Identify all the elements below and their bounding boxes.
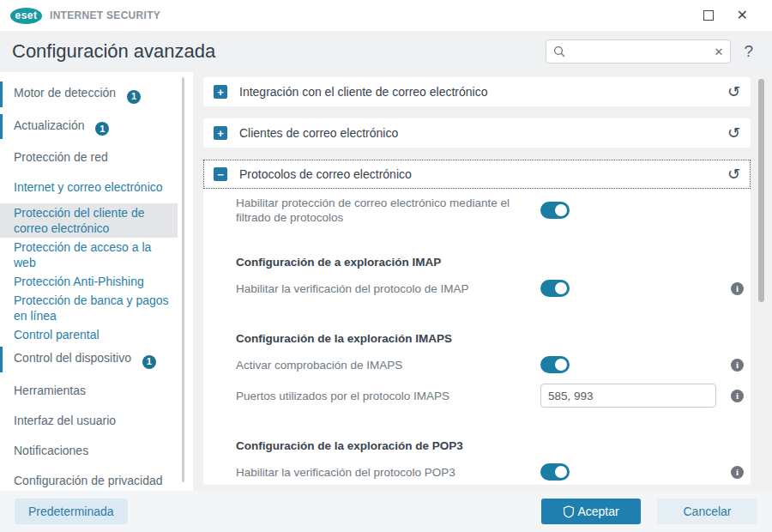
sidebar-item[interactable]: Herramientas bbox=[0, 377, 178, 405]
sidebar-item-label: Actualización bbox=[14, 118, 85, 132]
titlebar: eset INTERNET SECURITY ✕ bbox=[0, 0, 772, 31]
page-title: Configuración avanzada bbox=[12, 40, 215, 63]
sidebar: Motor de detección 1 Actualización 1 Pro… bbox=[0, 72, 193, 491]
sidebar-item-label: Protección de acceso a la web bbox=[14, 240, 151, 269]
section-header[interactable]: − Protocolos de correo electrónico ↺ bbox=[203, 160, 751, 189]
subsection-header: Configuración de a exploración IMAP bbox=[236, 256, 744, 269]
sidebar-nav: Motor de detección 1 Actualización 1 Pro… bbox=[0, 79, 193, 495]
info-icon[interactable]: i bbox=[731, 390, 744, 402]
sidebar-item-label: Control del dispositivo bbox=[14, 351, 131, 365]
sidebar-item[interactable]: Control del dispositivo 1 bbox=[0, 344, 178, 375]
setting-row: Habilitar la verificación del protocolo … bbox=[236, 275, 744, 301]
sidebar-item-badge: 1 bbox=[142, 355, 156, 369]
setting-row: Activar comprobación de IMAPS i bbox=[236, 352, 744, 378]
expand-collapse-icon[interactable]: − bbox=[214, 167, 227, 181]
cancel-button[interactable]: Cancelar bbox=[657, 499, 757, 524]
toggle-knob-icon bbox=[555, 466, 567, 478]
page-header: Configuración avanzada ✕ ? bbox=[0, 31, 772, 72]
settings-section: − Protocolos de correo electrónico ↺ Hab… bbox=[203, 160, 751, 485]
sidebar-item-label: Notificaciones bbox=[14, 444, 88, 457]
attention-bar-icon bbox=[0, 82, 3, 107]
search-input[interactable] bbox=[570, 45, 709, 59]
settings-section: + Clientes de correo electrónico ↺ bbox=[203, 118, 751, 148]
subsection-header: Configuración de la exploración IMAPS bbox=[236, 332, 744, 345]
sidebar-item[interactable]: Actualización 1 bbox=[0, 112, 178, 142]
sidebar-item[interactable]: Control parental bbox=[0, 325, 178, 344]
content-scrollbar[interactable] bbox=[758, 79, 764, 302]
info-icon[interactable]: i bbox=[731, 282, 744, 295]
revert-icon[interactable]: ↺ bbox=[727, 84, 740, 100]
maximize-icon[interactable] bbox=[703, 10, 714, 21]
ports-input[interactable] bbox=[540, 384, 716, 408]
footer-bar: Predeterminada Aceptar Cancelar bbox=[0, 491, 772, 532]
sidebar-item[interactable]: Motor de detección 1 bbox=[0, 79, 178, 110]
default-button[interactable]: Predeterminada bbox=[15, 499, 128, 524]
search-box[interactable]: ✕ bbox=[546, 39, 731, 63]
section-title: Clientes de correo electrónico bbox=[239, 126, 398, 140]
sidebar-item-label: Protección Anti-Phishing bbox=[14, 275, 144, 288]
sidebar-item-label: Configuración de privacidad bbox=[14, 474, 163, 487]
sidebar-item[interactable]: Interfaz del usuario bbox=[0, 407, 178, 435]
clear-search-icon[interactable]: ✕ bbox=[715, 46, 724, 57]
setting-label: Habilitar protección de correo electróni… bbox=[236, 196, 540, 225]
accept-button[interactable]: Aceptar bbox=[541, 499, 641, 524]
section-header[interactable]: + Clientes de correo electrónico ↺ bbox=[203, 118, 751, 148]
toggle-knob-icon bbox=[555, 282, 567, 294]
sidebar-item[interactable]: Protección de banca y pagos en línea bbox=[0, 291, 178, 325]
sidebar-item[interactable]: Notificaciones bbox=[0, 437, 178, 465]
setting-label: Habilitar la verificación del protocolo … bbox=[236, 465, 540, 480]
sidebar-scrollbar[interactable] bbox=[182, 77, 184, 482]
info-icon[interactable]: i bbox=[731, 466, 744, 479]
setting-label: Puertos utilizados por el protocolo IMAP… bbox=[236, 389, 540, 403]
revert-icon[interactable]: ↺ bbox=[727, 166, 740, 182]
close-icon[interactable]: ✕ bbox=[737, 9, 748, 22]
sidebar-item-label: Protección de banca y pagos en línea bbox=[14, 293, 169, 323]
sidebar-item-badge: 1 bbox=[127, 90, 141, 104]
sidebar-item[interactable]: Internet y correo electrónico bbox=[0, 173, 178, 202]
section-title: Integración con el cliente de correo ele… bbox=[239, 85, 488, 99]
setting-label: Activar comprobación de IMAPS bbox=[236, 358, 540, 372]
toggle-knob-icon bbox=[555, 359, 567, 371]
help-icon[interactable]: ? bbox=[744, 42, 753, 61]
sidebar-item-label: Control parental bbox=[14, 328, 100, 342]
sidebar-item-label: Interfaz del usuario bbox=[14, 414, 116, 427]
search-icon bbox=[553, 45, 565, 57]
sidebar-item[interactable]: Protección del cliente de correo electró… bbox=[0, 203, 178, 238]
settings-content: + Integración con el cliente de correo e… bbox=[193, 72, 772, 491]
sidebar-item-label: Protección del cliente de correo electró… bbox=[14, 206, 145, 235]
info-icon[interactable]: i bbox=[731, 359, 744, 372]
expand-collapse-icon[interactable]: + bbox=[214, 126, 227, 140]
section-list: + Integración con el cliente de correo e… bbox=[203, 77, 751, 485]
section-body: Habilitar protección de correo electróni… bbox=[203, 196, 751, 485]
attention-bar-icon bbox=[0, 114, 3, 140]
sidebar-item-label: Protección de red bbox=[14, 150, 108, 164]
sidebar-item[interactable]: Protección de acceso a la web bbox=[0, 238, 178, 272]
toggle-switch[interactable] bbox=[540, 463, 570, 481]
sidebar-item-label: Herramientas bbox=[14, 384, 86, 397]
eset-logo: eset bbox=[10, 8, 42, 24]
settings-section: + Integración con el cliente de correo e… bbox=[203, 77, 751, 106]
setting-row: Habilitar protección de correo electróni… bbox=[236, 196, 744, 225]
subsection-header: Configuración de la exploración de POP3 bbox=[236, 439, 744, 452]
revert-icon[interactable]: ↺ bbox=[727, 125, 740, 141]
sidebar-item[interactable]: Protección de red bbox=[0, 143, 178, 172]
sidebar-item-label: Motor de detección bbox=[14, 86, 116, 100]
toggle-switch[interactable] bbox=[540, 280, 570, 297]
shield-icon bbox=[563, 505, 575, 518]
setting-row: Puertos utilizados por el protocolo IMAP… bbox=[236, 383, 744, 408]
sidebar-item-badge: 1 bbox=[95, 122, 109, 136]
expand-collapse-icon[interactable]: + bbox=[214, 85, 227, 99]
product-name: INTERNET SECURITY bbox=[50, 9, 160, 21]
toggle-switch[interactable] bbox=[540, 356, 570, 373]
attention-bar-icon bbox=[0, 347, 3, 372]
sidebar-item-label: Internet y correo electrónico bbox=[14, 180, 163, 194]
section-title: Protocolos de correo electrónico bbox=[239, 167, 412, 181]
sidebar-item[interactable]: Configuración de privacidad bbox=[0, 467, 178, 495]
accept-button-label: Aceptar bbox=[577, 505, 618, 518]
toggle-switch[interactable] bbox=[540, 202, 570, 219]
section-header[interactable]: + Integración con el cliente de correo e… bbox=[203, 77, 751, 106]
sidebar-item[interactable]: Protección Anti-Phishing bbox=[0, 272, 178, 291]
toggle-knob-icon bbox=[555, 204, 567, 216]
setting-label: Habilitar la verificación del protocolo … bbox=[236, 281, 540, 296]
setting-row: Habilitar la verificación del protocolo … bbox=[236, 459, 744, 485]
